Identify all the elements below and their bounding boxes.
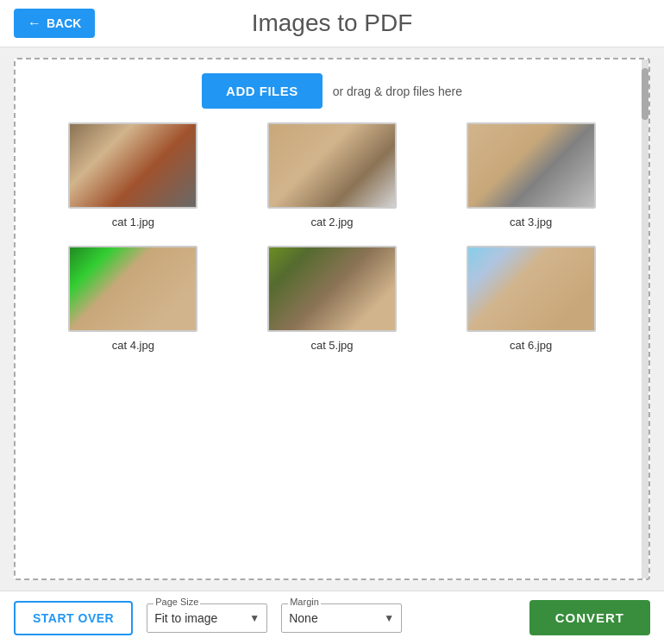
margin-chevron-icon: ▼ [384,612,394,624]
margin-select[interactable]: NoneSmallMediumLarge [289,611,380,625]
file-name: cat 4.jpg [112,339,154,352]
file-name: cat 1.jpg [112,216,154,228]
file-thumbnail [267,246,397,332]
page-title: Images to PDF [252,9,413,37]
convert-button[interactable]: CONVERT [529,600,650,635]
margin-group: Margin NoneSmallMediumLarge ▼ [281,603,402,633]
header: ← BACK Images to PDF [0,0,664,47]
page-size-chevron-icon: ▼ [249,612,260,624]
file-name: cat 3.jpg [510,216,552,228]
margin-label: Margin [288,597,321,607]
drag-drop-text: or drag & drop files here [333,84,462,98]
drop-zone[interactable]: ADD FILES or drag & drop files here cat … [14,58,650,580]
file-thumbnail [68,246,197,332]
back-label: BACK [47,16,81,30]
page-size-wrapper: Fit to imageA4LetterLegal ▼ [147,603,267,633]
file-grid: cat 1.jpgcat 2.jpgcat 3.jpgcat 4.jpgcat … [29,122,635,352]
list-item: cat 5.jpg [246,246,419,352]
file-thumbnail [68,122,197,209]
margin-wrapper: NoneSmallMediumLarge ▼ [281,603,402,633]
file-name: cat 2.jpg [310,216,353,228]
footer-toolbar: START OVER Page Size Fit to imageA4Lette… [0,591,664,644]
file-thumbnail [467,122,596,209]
file-name: cat 6.jpg [510,339,552,352]
scrollbar-thumb[interactable] [642,68,648,120]
add-files-button[interactable]: ADD FILES [202,73,323,109]
list-item: cat 6.jpg [444,246,617,352]
main-content: ADD FILES or drag & drop files here cat … [0,47,664,591]
page-size-group: Page Size Fit to imageA4LetterLegal ▼ [147,603,267,633]
scrollbar-track[interactable] [642,59,648,578]
back-button[interactable]: ← BACK [14,9,95,38]
file-name: cat 5.jpg [310,339,353,352]
file-thumbnail [267,122,397,209]
back-arrow-icon: ← [28,16,41,31]
add-files-row: ADD FILES or drag & drop files here [202,73,462,109]
list-item: cat 2.jpg [246,122,419,228]
file-thumbnail [467,246,596,332]
start-over-button[interactable]: START OVER [14,601,133,635]
list-item: cat 4.jpg [47,246,220,352]
list-item: cat 1.jpg [47,122,220,228]
page-size-select[interactable]: Fit to imageA4LetterLegal [154,611,246,625]
page-size-label: Page Size [153,597,200,607]
list-item: cat 3.jpg [444,122,617,228]
